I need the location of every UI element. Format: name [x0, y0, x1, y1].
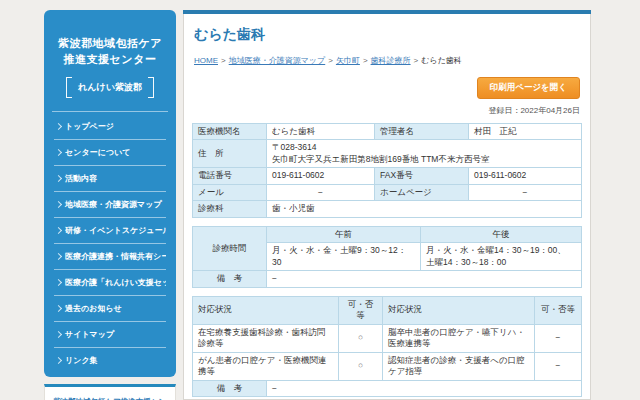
table-row: がん患者の口腔ケア・医療機関連携等 ○ 認知症患者の診療・支援者への口腔ケア指導… [193, 352, 582, 380]
table-row: メール − ホームページ − [193, 184, 582, 200]
address-label: 住 所 [193, 140, 267, 168]
breadcrumb: HOME>地域医療・介護資源マップ>矢巾町>歯科診療所>むらた歯科 [194, 55, 582, 66]
table-row: 住 所 〒028-3614 矢巾町大字又兵エ新田第8地割169番地 TTM不来方… [193, 140, 582, 168]
sidebar-item-label: 研修・イベントスケジュール [65, 225, 166, 236]
sidebar-item-label: 地域医療・介護資源マップ [65, 199, 162, 210]
phone-label: 電話番号 [193, 168, 267, 184]
fax-label: FAX番号 [375, 168, 469, 184]
breadcrumb-home-link[interactable]: HOME [194, 56, 218, 65]
breadcrumb-separator: > [221, 56, 226, 65]
breadcrumb-dental-clinic-link[interactable]: 歯科診療所 [371, 56, 411, 65]
breadcrumb-current-page: むらた歯科 [421, 56, 462, 65]
site-title-line2: 推進支援センター [54, 52, 166, 68]
sidebar-menu-box: 紫波郡地域包括ケア 推進支援センター れんけい紫波郡 トップページ [44, 10, 176, 377]
sidebar-item-links[interactable]: リンク集 [54, 348, 166, 373]
sidebar-item-label: 過去のお知らせ [65, 303, 122, 314]
support-header-1: 対応状況 [193, 296, 339, 324]
homepage-value: − [469, 184, 582, 200]
table-row: 備 考 − [193, 271, 582, 287]
institution-name-value: むらた歯科 [267, 124, 375, 140]
registered-date: 登録日：2022年04月26日 [194, 105, 580, 116]
institution-name-label: 医療機関名 [193, 124, 267, 140]
departments-label: 診療科 [193, 201, 267, 217]
page: 紫波郡地域包括ケア 推進支援センター れんけい紫波郡 トップページ [0, 0, 640, 400]
email-label: メール [193, 184, 267, 200]
support-header-3: 対応状況 [383, 296, 535, 324]
page-title: むらた歯科 [194, 26, 582, 44]
dementia-care-status: − [535, 352, 582, 380]
chevron-right-icon [55, 279, 62, 286]
address-value: 〒028-3614 矢巾町大字又兵エ新田第8地割169番地 TTM不来方西号室 [267, 140, 582, 168]
clinic-info-table: 医療機関名 むらた歯科 管理者名 村田 正紀 住 所 〒028-3614 矢巾町… [192, 123, 582, 218]
sidebar-item-label: 活動内容 [65, 173, 97, 184]
chevron-right-icon [55, 331, 62, 338]
homepage-label: ホームページ [375, 184, 469, 200]
sidebar-item-label: 医療介護連携・情報共有シート [65, 251, 166, 262]
sidebar-divider [52, 111, 168, 112]
chevron-right-icon [55, 175, 62, 182]
sidebar-item-label: センターについて [65, 147, 130, 158]
table-row: 医療機関名 むらた歯科 管理者名 村田 正紀 [193, 124, 582, 140]
breadcrumb-yahaba-link[interactable]: 矢巾町 [336, 56, 360, 65]
hours-label: 診療時間 [193, 226, 267, 270]
home-care-dental-label: 在宅療養支援歯科診療・歯科訪問診療等 [193, 324, 339, 352]
chevron-right-icon [55, 305, 62, 312]
table-row: 備 考 − [193, 380, 582, 396]
cancer-oral-care-status: ○ [339, 352, 383, 380]
am-header: 午前 [267, 226, 421, 242]
page-layout: 紫波郡地域包括ケア 推進支援センター れんけい紫波郡 トップページ [44, 10, 591, 400]
pm-header: 午後 [421, 226, 582, 242]
stroke-oral-care-status: − [535, 324, 582, 352]
print-button-row: 印刷用ページを開く [194, 76, 580, 99]
support-header-4: 可・否等 [535, 296, 582, 324]
table-row: 在宅療養支援歯科診療・歯科訪問診療等 ○ 脳卒中患者の口腔ケア・嚥下リハ・医療連… [193, 324, 582, 352]
site-subtitle-badge: れんけい紫波郡 [66, 77, 154, 98]
sidebar-item-label: リンク集 [65, 355, 98, 366]
chevron-right-icon [55, 123, 62, 130]
sidebar-item-resource-map[interactable]: 地域医療・介護資源マップ [54, 192, 166, 218]
sidebar-item-past-news[interactable]: 過去のお知らせ [54, 296, 166, 322]
sidebar-item-event-schedule[interactable]: 研修・イベントスケジュール [54, 218, 166, 244]
email-value: − [267, 184, 375, 200]
site-title: 紫波郡地域包括ケア 推進支援センター [54, 36, 166, 68]
breadcrumb-resource-map-link[interactable]: 地域医療・介護資源マップ [229, 56, 326, 65]
sidebar-item-about-center[interactable]: センターについて [54, 140, 166, 166]
manager-name-value: 村田 正紀 [469, 124, 582, 140]
breadcrumb-separator: > [363, 56, 368, 65]
bracket-right-icon [148, 77, 154, 98]
sidebar-item-activities[interactable]: 活動内容 [54, 166, 166, 192]
contact-center-name: 紫波郡地域包括ケア推進支援センター [53, 396, 167, 400]
chevron-right-icon [55, 253, 62, 260]
site-title-line1: 紫波郡地域包括ケア [54, 36, 166, 52]
sidebar-item-top-page[interactable]: トップページ [54, 114, 166, 140]
consultation-hours-table: 診療時間 午前 午後 月・火・水・金・土曜9：30～12：30 月・火・水・金曜… [192, 226, 582, 288]
phone-value: 019-611-0602 [267, 168, 375, 184]
sidebar-item-info-sharing-sheet[interactable]: 医療介護連携・情報共有シート [54, 244, 166, 270]
sidebar-nav: トップページ センターについて 活動内容 地域医療・介護資源マップ [54, 114, 166, 373]
home-care-dental-status: ○ [339, 324, 383, 352]
site-subtitle: れんけい紫波郡 [72, 77, 148, 98]
sidebar-item-renkei-support-set[interactable]: 医療介護「れんけい支援セット」 [54, 270, 166, 296]
departments-value: 歯・小児歯 [267, 201, 582, 217]
sidebar-item-label: トップページ [65, 121, 114, 132]
chevron-right-icon [55, 201, 62, 208]
sidebar-item-sitemap[interactable]: サイトマップ [54, 322, 166, 348]
main-content-box: むらた歯科 HOME>地域医療・介護資源マップ>矢巾町>歯科診療所>むらた歯科 … [183, 14, 591, 400]
support-remarks-value: − [267, 380, 582, 396]
dementia-care-label: 認知症患者の診療・支援者への口腔ケア指導 [383, 352, 535, 380]
cancer-oral-care-label: がん患者の口腔ケア・医療機関連携等 [193, 352, 339, 380]
sidebar: 紫波郡地域包括ケア 推進支援センター れんけい紫波郡 トップページ [44, 10, 176, 400]
table-row: 診療科 歯・小児歯 [193, 201, 582, 217]
table-row: 電話番号 019-611-0602 FAX番号 019-611-0602 [193, 168, 582, 184]
hours-remarks-value: − [267, 271, 582, 287]
support-status-table: 対応状況 可・否等 対応状況 可・否等 在宅療養支援歯科診療・歯科訪問診療等 ○… [192, 296, 582, 397]
table-row: 対応状況 可・否等 対応状況 可・否等 [193, 296, 582, 324]
breadcrumb-separator: > [328, 56, 333, 65]
chevron-right-icon [55, 227, 62, 234]
breadcrumb-separator: > [414, 56, 419, 65]
print-page-button[interactable]: 印刷用ページを開く [477, 77, 580, 99]
chevron-right-icon [55, 149, 62, 156]
support-header-2: 可・否等 [339, 296, 383, 324]
am-hours-value: 月・火・水・金・土曜9：30～12：30 [267, 243, 421, 271]
sidebar-item-label: 医療介護「れんけい支援セット」 [65, 277, 166, 288]
